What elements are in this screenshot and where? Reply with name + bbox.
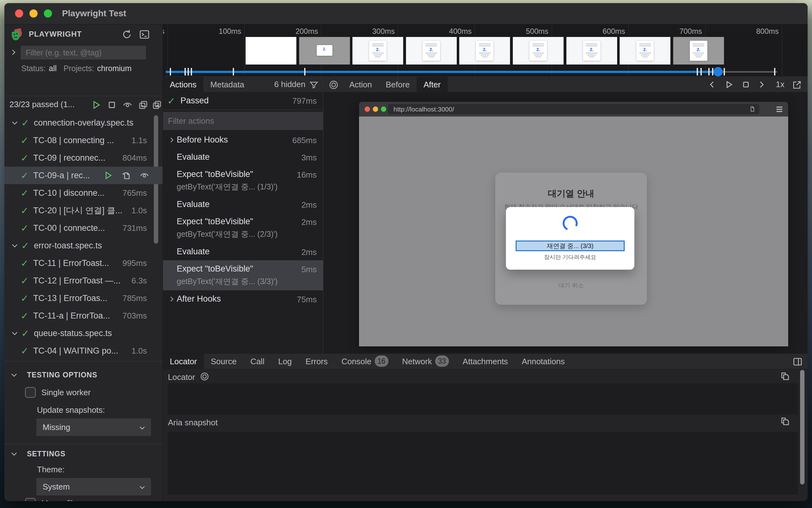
properties-tab[interactable]: Errors (299, 353, 335, 369)
test-tree-row[interactable]: ✓ TC-10 | disconne... 765ms (4, 184, 163, 202)
chevron-down-icon[interactable] (10, 450, 18, 458)
filmstrip-thumbnail[interactable]: 2. (406, 37, 457, 65)
test-tree-row[interactable]: ✓ TC-04 | WAITING po... 1.0s (4, 342, 163, 359)
merge-files-checkbox[interactable] (25, 498, 36, 501)
play-trace-icon[interactable] (724, 80, 734, 89)
action-row[interactable]: Evaluate 2ms (163, 196, 323, 213)
action-row[interactable]: Before Hooks 685ms (163, 131, 323, 149)
pick-locator-icon[interactable] (200, 372, 209, 381)
chevron-down-icon[interactable] (11, 242, 21, 250)
copy-url-icon[interactable] (749, 105, 756, 113)
terminal-icon[interactable] (139, 29, 150, 40)
playback-speed[interactable]: 1x (776, 80, 784, 89)
close-window-button[interactable] (15, 9, 23, 17)
collapse-all-icon[interactable] (138, 99, 148, 110)
filmstrip-thumbnail[interactable]: 2. (566, 37, 617, 65)
filter-status-line[interactable]: Status:allProjects:chromium (4, 62, 163, 76)
expand-all-icon[interactable] (152, 99, 162, 110)
locator-editor[interactable] (168, 383, 798, 415)
snapshot-tab[interactable]: Before (379, 77, 417, 92)
filmstrip-thumbnail[interactable]: 2. (299, 37, 350, 65)
result-duration: 797ms (292, 96, 317, 106)
properties-tab[interactable]: Attachments (456, 353, 515, 369)
filmstrip-thumbnail[interactable]: 2. (352, 37, 403, 65)
test-tree-row[interactable]: ✓ queue-status.spec.ts (4, 325, 163, 342)
chevron-down-icon[interactable] (11, 329, 21, 337)
pick-locator-icon[interactable] (329, 80, 339, 90)
chevron-right-icon[interactable] (9, 48, 17, 56)
test-tree-row[interactable]: ✓ TC-13 | ErrorToas... 785ms (4, 289, 163, 307)
run-all-button[interactable] (91, 99, 101, 110)
watch-all-icon[interactable] (122, 99, 133, 110)
page-screenshot: 대기열 안내 현재 접속자가 많아 순서대로 입장하고 있습니다 대기 취소 재… (359, 117, 788, 346)
test-tree-row[interactable]: ✓ TC-20 | [다시 연결] 클... 1.0s (4, 202, 163, 219)
projects-value: chromium (97, 64, 132, 73)
properties-scrollbar[interactable] (800, 370, 805, 484)
prev-action-icon[interactable] (708, 80, 717, 89)
test-tree-row[interactable]: ✓ TC-09-a | rec... (4, 167, 163, 184)
toggle-layout-icon[interactable] (793, 357, 803, 367)
filmstrip-thumbnail[interactable]: 2. (673, 37, 724, 65)
chevron-right-icon[interactable] (168, 136, 175, 144)
test-tree-row[interactable]: ✓ TC-08 | connecting ... 1.1s (4, 132, 163, 149)
stop-button[interactable] (106, 99, 117, 110)
aria-snapshot-editor[interactable] (168, 432, 798, 495)
action-row[interactable]: Expect "toBeVisible" 16ms getByText('재연결… (163, 166, 323, 196)
properties-tab[interactable]: Call (244, 353, 271, 369)
copy-aria-snapshot-icon[interactable] (780, 416, 791, 427)
action-row[interactable]: After Hooks 75ms (163, 290, 323, 307)
reload-tests-icon[interactable] (121, 29, 132, 40)
minimize-window-button[interactable] (30, 9, 38, 17)
test-tree-row[interactable]: ✓ TC-11 | ErrorToast... 995ms (4, 254, 163, 272)
settings-header[interactable]: SETTINGS (27, 450, 66, 458)
test-tree-row[interactable]: ✓ connection-overlay.spec.ts (4, 114, 163, 132)
theme-select[interactable]: System (36, 478, 151, 496)
snapshot-tab[interactable]: Action (342, 77, 379, 92)
testing-options-header[interactable]: TESTING OPTIONS (27, 371, 97, 379)
watch-test-icon[interactable] (139, 170, 149, 180)
properties-tab[interactable]: Source (204, 353, 244, 369)
copy-locator-icon[interactable] (780, 371, 791, 382)
chevron-down-icon[interactable] (11, 119, 21, 127)
properties-tab[interactable]: Log (271, 353, 299, 369)
timebar-playhead[interactable] (713, 67, 723, 76)
actions-tab[interactable]: Metadata (203, 77, 251, 92)
open-source-icon[interactable] (121, 170, 131, 180)
test-tree-row[interactable]: ✓ TC-12 | ErrorToast —... 6.3s (4, 272, 163, 289)
properties-tab[interactable]: Console16 (335, 353, 395, 369)
test-filter-input[interactable] (21, 46, 146, 59)
action-row[interactable]: Expect "toBeVisible" 2ms getByText('재연결 … (163, 213, 323, 243)
run-test-icon[interactable] (103, 170, 113, 180)
stop-trace-icon[interactable] (741, 80, 751, 89)
filmstrip-thumbnail[interactable]: 2. (459, 37, 510, 65)
menu-icon[interactable] (775, 105, 784, 114)
filter-funnel-icon[interactable] (309, 80, 318, 90)
filmstrip-thumbnail[interactable]: 2. (246, 37, 296, 65)
filmstrip-thumbnail[interactable]: 2. (513, 37, 564, 65)
test-tree-row[interactable]: ✓ TC-09 | reconnec... 804ms (4, 149, 163, 167)
properties-tab[interactable]: Network33 (395, 353, 456, 369)
filter-actions-input[interactable] (163, 112, 323, 130)
open-external-icon[interactable] (792, 80, 802, 90)
actions-tab[interactable]: Actions (163, 77, 203, 92)
properties-tab[interactable]: Annotations (515, 353, 571, 369)
chevron-down-icon[interactable] (10, 371, 18, 379)
snapshot-tab[interactable]: After (417, 77, 448, 92)
properties-tab[interactable]: Locator (163, 353, 204, 369)
action-row[interactable]: Evaluate 2ms (163, 243, 323, 260)
test-tree-row[interactable]: ✓ TC-00 | connecte... 731ms (4, 219, 163, 237)
address-bar[interactable]: http://localhost:3000/ (388, 104, 759, 114)
action-row[interactable]: Expect "toBeVisible" 5ms getByText('재연결 … (163, 260, 323, 290)
single-worker-checkbox[interactable] (25, 387, 36, 398)
action-row[interactable]: Evaluate 3ms (163, 149, 323, 166)
test-tree-row[interactable]: ✓ TC-11-a | ErrorToa... 703ms (4, 307, 163, 325)
test-tree-row[interactable]: ✓ error-toast.spec.ts (4, 237, 163, 254)
update-snapshots-select[interactable]: Missing (36, 418, 151, 436)
chevron-right-icon[interactable] (168, 295, 175, 303)
timebar[interactable] (163, 68, 808, 76)
cancel-wait-button[interactable]: 대기 취소 (495, 282, 647, 290)
timeline[interactable]: 0ms 100ms 200ms 300ms 400ms (163, 25, 808, 77)
next-action-icon[interactable] (757, 80, 766, 89)
filmstrip-thumbnail[interactable]: 2. (619, 37, 671, 65)
zoom-window-button[interactable] (44, 9, 52, 17)
